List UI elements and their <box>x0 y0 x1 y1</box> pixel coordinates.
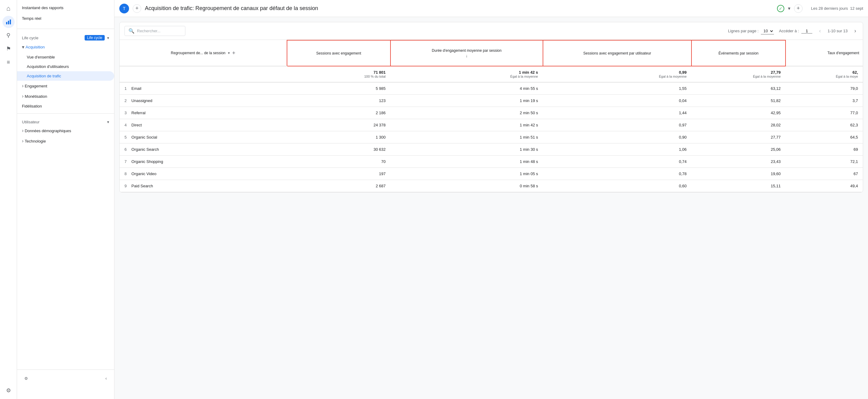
row-rank: 9 <box>124 184 127 188</box>
row-sessions-engagement: 70 <box>287 155 391 168</box>
row-taux-engagement: 72,1 <box>785 155 863 168</box>
row-taux-engagement: 3,7 <box>785 95 863 107</box>
sidebar-item-realtime[interactable]: Temps réel <box>17 13 114 24</box>
row-sessions-engagement: 197 <box>287 168 391 180</box>
user-avatar[interactable]: T <box>119 4 129 13</box>
engagement-group[interactable]: › Engagement <box>17 81 114 91</box>
row-evenements-session: 25,06 <box>691 143 785 155</box>
engagement-expand-icon: › <box>22 83 24 89</box>
lifecycle-section-header: Life cycle Life cycle ▾ <box>17 31 114 42</box>
utilisateur-label: Utilisateur <box>22 120 39 124</box>
totals-evenements-session: 27,79 Égal à la moyenne <box>691 66 785 82</box>
row-sessions-engagement: 5 985 <box>287 82 391 95</box>
goto-area: Accéder à : <box>779 29 812 33</box>
add-view-button[interactable]: + <box>794 4 803 13</box>
row-dimension: 8 Organic Video <box>120 168 287 180</box>
evenements-session-th-inner: Événements par session <box>695 44 781 62</box>
row-evenements-session: 15,11 <box>691 180 785 192</box>
table-row[interactable]: 4 Direct 24 378 1 min 42 s 0,97 28,02 62… <box>120 119 863 131</box>
sidebar-item-vue-ensemble[interactable]: Vue d'ensemble <box>17 52 114 62</box>
main-content: T + Acquisition de trafic: Regroupement … <box>115 0 868 399</box>
content-area: 🔍 Rechercher... Lignes par page : 10 25 … <box>115 17 868 399</box>
row-rank: 2 <box>124 98 127 103</box>
row-sessions-engagement-user: 1,06 <box>543 143 691 155</box>
sidebar-item-acquisition-utilisateurs[interactable]: Acquisition d'utilisateurs <box>17 62 114 71</box>
monetisation-label: Monétisation <box>25 94 47 99</box>
sessions-engagement-user-header[interactable]: Sessions avec engagement par utilisateur <box>543 40 691 66</box>
search-explore-icon[interactable]: ⚲ <box>2 29 14 41</box>
row-evenements-session: 23,43 <box>691 155 785 168</box>
table-toolbar: 🔍 Rechercher... Lignes par page : 10 25 … <box>120 22 863 40</box>
row-sessions-engagement: 24 378 <box>287 119 391 131</box>
goto-input[interactable] <box>801 29 812 33</box>
table-row[interactable]: 6 Organic Search 30 632 1 min 30 s 1,06 … <box>120 143 863 155</box>
row-sessions-engagement-user: 1,55 <box>543 82 691 95</box>
analytics-icon[interactable] <box>2 16 14 28</box>
row-dimension-value: Direct <box>131 123 142 127</box>
donnees-expand-icon: › <box>22 128 24 134</box>
row-dimension: 4 Direct <box>120 119 287 131</box>
monetisation-group[interactable]: › Monétisation <box>17 91 114 102</box>
row-duree-engagement: 0 min 58 s <box>391 180 543 192</box>
status-check-icon: ✓ <box>777 5 784 12</box>
table-row[interactable]: 2 Unassigned 123 1 min 19 s 0,04 51,82 3… <box>120 95 863 107</box>
row-duree-engagement: 1 min 05 s <box>391 168 543 180</box>
table-row[interactable]: 9 Paid Search 2 687 0 min 58 s 0,60 15,1… <box>120 180 863 192</box>
table-row[interactable]: 3 Referral 2 186 2 min 50 s 1,44 42,95 7… <box>120 107 863 119</box>
row-sessions-engagement: 2 186 <box>287 107 391 119</box>
row-dimension-value: Referral <box>131 111 146 115</box>
title-dropdown-button[interactable]: ▾ <box>787 4 792 12</box>
sidebar-item-acquisition-trafic[interactable]: Acquisition de trafic <box>17 71 114 81</box>
evenements-session-header[interactable]: Événements par session <box>691 40 785 66</box>
row-dimension-value: Organic Search <box>131 147 159 152</box>
table-row[interactable]: 8 Organic Video 197 1 min 05 s 0,78 19,6… <box>120 168 863 180</box>
rows-per-page-label: Lignes par page : <box>728 29 758 33</box>
technologie-group[interactable]: › Technologie <box>17 136 114 146</box>
monetisation-expand-icon: › <box>22 93 24 99</box>
prev-page-button[interactable]: ‹ <box>817 27 823 35</box>
taux-engagement-header[interactable]: Taux d'engagement <box>785 40 863 66</box>
search-mag-icon: 🔍 <box>128 28 134 34</box>
dimension-add-icon[interactable]: + <box>232 50 236 56</box>
flag-icon[interactable]: ⚑ <box>2 42 14 55</box>
totals-taux-engagement: 62, Égal à la moye <box>785 66 863 82</box>
row-evenements-session: 63,12 <box>691 82 785 95</box>
totals-row: 71 801 100 % du total 1 min 42 s Égal à … <box>120 66 863 82</box>
rows-per-page-select[interactable]: 10 25 50 <box>761 28 774 34</box>
settings-bottom-icon[interactable]: ⚙ <box>2 384 14 397</box>
row-rank: 4 <box>124 123 127 127</box>
lifecycle-badge[interactable]: Life cycle <box>85 35 105 40</box>
donnees-demo-group[interactable]: › Données démographiques <box>17 125 114 136</box>
row-taux-engagement: 79,0 <box>785 82 863 95</box>
acquisition-group[interactable]: ▾ Acquisition <box>17 42 114 52</box>
table-row[interactable]: 5 Organic Social 1 300 1 min 51 s 0,90 2… <box>120 131 863 143</box>
settings-nav-item[interactable]: ⚙ <box>22 374 30 383</box>
row-sessions-engagement: 123 <box>287 95 391 107</box>
totals-sessions-engagement: 71 801 100 % du total <box>287 66 391 82</box>
donnees-demo-label: Données démographiques <box>25 129 71 133</box>
lifecycle-label: Life cycle <box>22 36 38 40</box>
sidebar-icons-panel: ⌂ ⚲ ⚑ ≡ ⚙ <box>0 0 17 399</box>
sessions-engagement-header[interactable]: Sessions avec engagement <box>287 40 391 66</box>
table-row[interactable]: 1 Email 5 985 4 min 55 s 1,55 63,12 79,0 <box>120 82 863 95</box>
sidebar-item-snapshot[interactable]: Instantané des rapports <box>17 2 114 13</box>
title-status-area: ✓ ▾ + <box>777 4 803 13</box>
row-dimension-value: Unassigned <box>131 98 153 103</box>
home-icon[interactable]: ⌂ <box>2 2 14 15</box>
nav-sidebar: Instantané des rapports Temps réel Life … <box>17 0 115 399</box>
dimension-column-header[interactable]: Regroupement de... de la session ▾ + <box>120 40 287 66</box>
next-page-button[interactable]: › <box>852 27 858 35</box>
sessions-engagement-th-inner: Sessions avec engagement <box>291 44 386 62</box>
collapse-sidebar-button[interactable]: ‹ <box>103 373 109 383</box>
row-dimension: 5 Organic Social <box>120 131 287 143</box>
dimension-filter-icon[interactable]: ▾ <box>228 51 230 55</box>
sidebar-item-fidelisation[interactable]: Fidélisation <box>17 102 114 111</box>
svg-rect-1 <box>8 21 9 24</box>
search-box[interactable]: 🔍 Rechercher... <box>124 26 185 36</box>
duree-engagement-header[interactable]: Durée d'engagement moyenne par session ↓ <box>391 40 543 66</box>
row-sessions-engagement: 30 632 <box>287 143 391 155</box>
list-icon[interactable]: ≡ <box>2 56 14 68</box>
acquisition-label: Acquisition <box>26 45 45 49</box>
add-tab-button[interactable]: + <box>133 4 141 13</box>
table-row[interactable]: 7 Organic Shopping 70 1 min 48 s 0,74 23… <box>120 155 863 168</box>
